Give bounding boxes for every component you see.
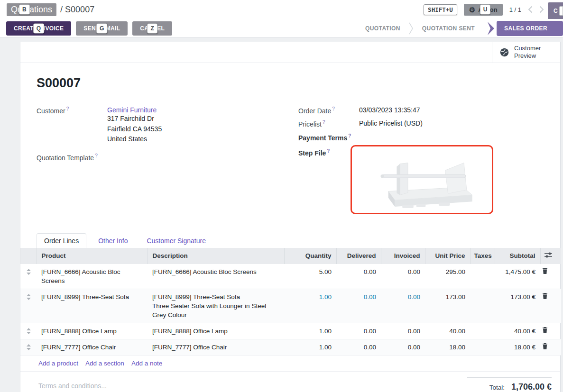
help-icon[interactable]: ? [332, 106, 335, 111]
invoiced-cell[interactable]: 0.00 [381, 323, 425, 339]
customer-address-line: United States [107, 134, 162, 145]
send-email-button[interactable]: SEND EMAIL G [76, 21, 128, 36]
breadcrumb-current: S00007 [65, 5, 94, 14]
keyboard-hint-send-email: G [96, 23, 108, 33]
delete-row-icon[interactable] [540, 289, 561, 323]
keyboard-hint-create-invoice: Q [33, 23, 45, 33]
delivered-cell[interactable]: 0.00 [336, 339, 381, 355]
add-note-link[interactable]: Add a note [131, 360, 162, 367]
taxes-cell[interactable] [470, 289, 495, 323]
product-cell[interactable]: [FURN_7777] Office Chair [37, 339, 148, 355]
quantity-cell[interactable]: 1.00 [284, 289, 336, 323]
column-header-invoiced: Invoiced [381, 248, 425, 264]
product-cell[interactable]: [FURN_8999] Three-Seat Sofa [37, 289, 148, 323]
field-column-right: Order Date? 03/03/2023 13:35:47 Pricelis… [298, 106, 560, 219]
quantity-cell[interactable]: 1.00 [284, 339, 336, 355]
breadcrumb-separator: / [60, 5, 63, 14]
customer-label: Customer? [37, 106, 107, 145]
step-file-preview[interactable] [351, 145, 493, 214]
breadcrumb-parent[interactable]: Quotations B [7, 3, 56, 16]
breadcrumb: / S00007 [60, 5, 94, 15]
description-cell[interactable]: [FURN_8888] Office Lamp [148, 323, 284, 339]
pager-next-icon[interactable] [539, 6, 544, 13]
taxes-cell[interactable] [470, 339, 495, 355]
drag-handle-icon[interactable] [20, 264, 37, 289]
add-product-link[interactable]: Add a product [38, 360, 78, 367]
column-header-quantity: Quantity [284, 248, 336, 264]
order-total: Total: 1,706.00 € [467, 377, 552, 392]
invoiced-cell[interactable]: 0.00 [381, 264, 425, 289]
cancel-button[interactable]: CANCEL Z [132, 21, 172, 36]
delete-row-icon[interactable] [540, 323, 561, 339]
delete-row-icon[interactable] [540, 264, 561, 289]
statusbar: QUOTATION QUOTATION SENT SALES ORDER [357, 19, 563, 37]
quotation-template-field[interactable]: Quotation Template? [37, 153, 298, 162]
stage-sales-order[interactable]: SALES ORDER [487, 21, 563, 36]
pricelist-value[interactable]: Public Pricelist (USD) [359, 119, 423, 128]
taxes-cell[interactable] [470, 264, 495, 289]
delivered-cell[interactable]: 0.00 [336, 264, 381, 289]
unit-price-cell[interactable]: 173.00 [425, 289, 470, 323]
tab-order-lines[interactable]: Order Lines [37, 233, 86, 248]
stage-quotation-sent[interactable]: QUOTATION SENT [414, 25, 483, 32]
pager-previous-icon[interactable] [528, 6, 533, 13]
list-footer-links: Add a product Add a section Add a note [20, 356, 560, 372]
add-section-link[interactable]: Add a section [85, 360, 124, 367]
drag-handle-column-header [20, 248, 37, 264]
unit-price-cell[interactable]: 40.00 [425, 323, 470, 339]
globe-icon [499, 47, 509, 57]
keyboard-hint-shift-u: SHIFT+U [424, 4, 457, 15]
unit-price-cell[interactable]: 295.00 [425, 264, 470, 289]
help-icon[interactable]: ? [327, 148, 330, 154]
delivered-cell[interactable]: 0.00 [336, 323, 381, 339]
optional-columns-toggle[interactable] [540, 248, 561, 264]
product-cell[interactable]: [FURN_6666] Acoustic Bloc Screens [37, 264, 148, 289]
delete-row-icon[interactable] [540, 339, 561, 355]
description-cell[interactable]: [FURN_6666] Acoustic Bloc Screens [148, 264, 284, 289]
drag-handle-icon[interactable] [20, 339, 37, 355]
quantity-cell[interactable]: 1.00 [284, 323, 336, 339]
description-cell[interactable]: [FURN_7777] Office Chair [148, 339, 284, 355]
create-button-partial[interactable]: C [548, 2, 563, 19]
product-cell[interactable]: [FURN_8888] Office Lamp [37, 323, 148, 339]
form-sheet: Customer Preview S00007 Customer? Gemini… [20, 42, 561, 392]
column-header-delivered: Delivered [336, 248, 381, 264]
description-cell[interactable]: [FURN_8999] Three-Seat Sofa Three Seater… [148, 289, 284, 323]
customer-address-line: Fairfield CA 94535 [107, 124, 162, 135]
unit-price-cell[interactable]: 18.00 [425, 339, 470, 355]
subtotal-cell: 173.00 € [495, 289, 540, 323]
stage-quotation[interactable]: QUOTATION [357, 25, 409, 32]
table-row: [FURN_7777] Office Chair [FURN_7777] Off… [20, 339, 561, 355]
page-title: S00007 [37, 76, 560, 91]
tab-customer-signature[interactable]: Customer Signature [139, 234, 213, 248]
drag-handle-icon[interactable] [20, 323, 37, 339]
field-groups: Customer? Gemini Furniture 317 Fairchild… [37, 106, 560, 219]
gear-icon: ⚙ [469, 6, 475, 13]
quantity-cell[interactable]: 5.00 [284, 264, 336, 289]
help-icon[interactable]: ? [348, 133, 351, 138]
help-icon[interactable]: ? [95, 153, 98, 158]
stage-sales-order-label: SALES ORDER [497, 21, 563, 36]
payment-terms-label: Payment Terms? [298, 133, 359, 142]
action-button[interactable]: ⚙ Action U [464, 4, 503, 16]
keyboard-hint-action: U [480, 5, 491, 15]
help-icon[interactable]: ? [66, 106, 69, 111]
invoiced-cell[interactable]: 0.00 [381, 339, 425, 355]
customer-preview-button[interactable]: Customer Preview [492, 42, 560, 63]
invoiced-cell[interactable]: 0.00 [381, 289, 425, 323]
customer-link[interactable]: Gemini Furniture [107, 106, 157, 114]
optional-columns-icon [545, 252, 552, 258]
tab-other-info[interactable]: Other Info [91, 234, 135, 248]
create-invoice-button[interactable]: CREATE INVOICE Q [6, 21, 71, 36]
order-date-value[interactable]: 03/03/2023 13:35:47 [359, 106, 420, 115]
terms-placeholder[interactable]: Terms and conditions... [38, 382, 107, 392]
notebook-tabs: Order Lines Other Info Customer Signatur… [20, 233, 560, 248]
top-navigation-bar: Quotations B / S00007 SHIFT+U ⚙ Action U… [0, 0, 563, 19]
stage-arrow-icon [487, 21, 495, 36]
help-icon[interactable]: ? [323, 119, 325, 125]
delivered-cell[interactable]: 0.00 [336, 289, 381, 323]
form-view-background: Customer Preview S00007 Customer? Gemini… [0, 38, 563, 392]
table-row: [FURN_6666] Acoustic Bloc Screens [FURN_… [20, 264, 561, 289]
taxes-cell[interactable] [470, 323, 495, 339]
drag-handle-icon[interactable] [20, 289, 37, 323]
